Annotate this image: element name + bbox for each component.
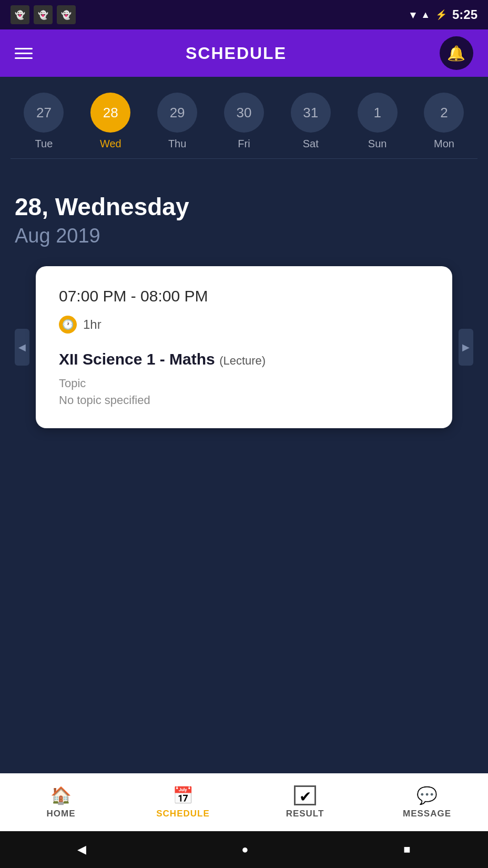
day-thu[interactable]: 29 Thu bbox=[157, 93, 197, 150]
day-label-sat: Sat bbox=[303, 138, 319, 150]
wifi-icon: ▾ bbox=[410, 8, 415, 21]
recents-button[interactable]: ■ bbox=[403, 843, 410, 856]
calendar-section: 27 Tue 28 Wed 29 Thu 30 Fri 31 Sat 1 Sun… bbox=[0, 77, 488, 175]
android-nav-bar: ◀ ● ■ bbox=[0, 831, 488, 868]
status-bar: 👻 👻 👻 ▾ ▲ ⚡ 5:25 bbox=[0, 0, 488, 29]
day-number-28: 28 bbox=[90, 93, 130, 133]
event-duration-row: 🕐 1hr bbox=[59, 316, 429, 334]
result-icon: ✔ bbox=[294, 785, 316, 805]
prev-arrow[interactable]: ◀ bbox=[15, 329, 29, 366]
day-sat[interactable]: 31 Sat bbox=[291, 93, 331, 150]
day-number-30: 30 bbox=[224, 93, 264, 133]
day-label-mon: Mon bbox=[434, 138, 454, 150]
day-number-31: 31 bbox=[291, 93, 331, 133]
status-time: 5:25 bbox=[452, 7, 477, 22]
event-name: XII Science 1 - Maths (Lecture) bbox=[59, 350, 429, 368]
message-icon: 💬 bbox=[416, 785, 438, 805]
event-topic-label: Topic bbox=[59, 377, 429, 390]
hamburger-button[interactable] bbox=[15, 48, 33, 59]
nav-label-result: RESULT bbox=[286, 809, 324, 819]
day-number-27: 27 bbox=[24, 93, 64, 133]
event-card: 07:00 PM - 08:00 PM 🕐 1hr XII Science 1 … bbox=[36, 266, 452, 428]
bottom-nav: 🏠 HOME 📅 SCHEDULE ✔ RESULT 💬 MESSAGE bbox=[0, 773, 488, 831]
day-number-1: 1 bbox=[358, 93, 398, 133]
nav-item-home[interactable]: 🏠 HOME bbox=[29, 785, 93, 819]
nav-label-message: MESSAGE bbox=[403, 809, 451, 819]
clock-icon: 🕐 bbox=[62, 319, 74, 330]
app-icon-2: 👻 bbox=[34, 5, 53, 24]
app-icon-3: 👻 bbox=[57, 5, 76, 24]
day-number-2: 2 bbox=[424, 93, 464, 133]
battery-icon: ⚡ bbox=[435, 9, 447, 21]
duration-text: 1hr bbox=[83, 317, 101, 332]
status-bar-apps: 👻 👻 👻 bbox=[11, 5, 76, 24]
event-cards-container: ◀ 07:00 PM - 08:00 PM 🕐 1hr XII Science … bbox=[15, 266, 473, 428]
event-time: 07:00 PM - 08:00 PM bbox=[59, 287, 429, 305]
event-topic-value: No topic specified bbox=[59, 393, 429, 407]
home-icon: 🏠 bbox=[50, 785, 72, 805]
days-row: 27 Tue 28 Wed 29 Thu 30 Fri 31 Sat 1 Sun… bbox=[11, 93, 477, 150]
day-tue[interactable]: 27 Tue bbox=[24, 93, 64, 150]
back-button[interactable]: ◀ bbox=[77, 843, 86, 856]
status-bar-right: ▾ ▲ ⚡ 5:25 bbox=[410, 7, 477, 22]
nav-item-schedule[interactable]: 📅 SCHEDULE bbox=[151, 785, 215, 819]
app-icon-1: 👻 bbox=[11, 5, 29, 24]
main-content: 28, Wednesday Aug 2019 ◀ 07:00 PM - 08:0… bbox=[0, 175, 488, 773]
event-name-text: XII Science 1 - Maths bbox=[59, 350, 215, 368]
nav-item-result[interactable]: ✔ RESULT bbox=[273, 785, 337, 819]
month-heading: Aug 2019 bbox=[15, 225, 473, 247]
notifications-button[interactable]: 🔔 bbox=[440, 36, 473, 70]
signal-icon: ▲ bbox=[421, 9, 430, 21]
day-wed[interactable]: 28 Wed bbox=[90, 93, 130, 150]
duration-icon: 🕐 bbox=[59, 316, 77, 334]
bell-icon: 🔔 bbox=[447, 45, 465, 62]
event-tag: (Lecture) bbox=[219, 354, 266, 367]
day-label-tue: Tue bbox=[35, 138, 53, 150]
day-label-wed: Wed bbox=[100, 138, 121, 150]
day-sun[interactable]: 1 Sun bbox=[358, 93, 398, 150]
next-arrow[interactable]: ▶ bbox=[459, 329, 473, 366]
day-label-sun: Sun bbox=[368, 138, 387, 150]
day-label-fri: Fri bbox=[238, 138, 250, 150]
day-fri[interactable]: 30 Fri bbox=[224, 93, 264, 150]
nav-item-message[interactable]: 💬 MESSAGE bbox=[395, 785, 459, 819]
nav-label-schedule: SCHEDULE bbox=[156, 809, 210, 819]
calendar-divider bbox=[11, 158, 477, 159]
date-heading: 28, Wednesday bbox=[15, 194, 473, 220]
home-button[interactable]: ● bbox=[241, 843, 248, 856]
day-mon[interactable]: 2 Mon bbox=[424, 93, 464, 150]
day-number-29: 29 bbox=[157, 93, 197, 133]
day-label-thu: Thu bbox=[168, 138, 186, 150]
header-title: SCHEDULE bbox=[186, 44, 287, 63]
app-header: SCHEDULE 🔔 bbox=[0, 29, 488, 77]
nav-label-home: HOME bbox=[47, 809, 76, 819]
schedule-icon: 📅 bbox=[172, 785, 194, 805]
